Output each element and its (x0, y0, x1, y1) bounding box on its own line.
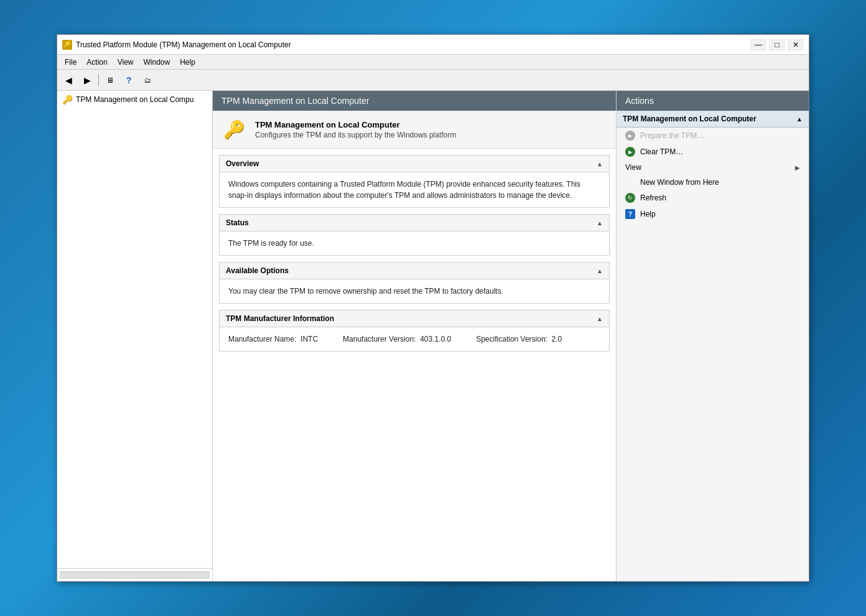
sidebar-item-tpm[interactable]: 🔑 TPM Management on Local Compu (57, 91, 212, 108)
section-manufacturer-chevron: ▲ (597, 315, 603, 322)
section-overview-text: Windows computers containing a Trusted P… (228, 179, 600, 201)
action-prepare-tpm[interactable]: Prepare the TPM… (617, 128, 809, 144)
section-status-body: The TPM is ready for use. (220, 231, 609, 255)
up-button[interactable]: 🖥 (101, 72, 119, 88)
action-view-submenu-icon: ▶ (795, 164, 800, 171)
minimize-button[interactable]: — (750, 39, 766, 51)
action-help[interactable]: ? Help (617, 206, 809, 222)
menu-item-view[interactable]: View (113, 55, 139, 69)
section-status-title: Status (226, 218, 249, 227)
section-status-text: The TPM is ready for use. (228, 238, 600, 249)
section-status: Status ▲ The TPM is ready for use. (219, 214, 610, 256)
section-options-text: You may clear the TPM to remove ownershi… (228, 286, 600, 297)
section-options-chevron: ▲ (597, 268, 603, 274)
main-panel: TPM Management on Local Computer 🔑 TPM M… (213, 91, 616, 581)
panel-header-title: TPM Management on Local Computer (221, 96, 369, 106)
intro-desc: Configures the TPM and its support by th… (255, 131, 607, 139)
sidebar-item-label: TPM Management on Local Compu (76, 95, 193, 104)
tpm-main-icon: 🔑 (221, 117, 246, 142)
menu-item-window[interactable]: Window (139, 55, 175, 69)
show-hide-button[interactable]: 🗂 (139, 72, 156, 88)
actions-panel: Actions TPM Management on Local Computer… (616, 91, 809, 581)
refresh-icon: ↻ (625, 193, 635, 203)
content-area: 🔑 TPM Management on Local Compu TPM Mana… (57, 91, 809, 581)
sidebar-scrollbar[interactable] (60, 571, 210, 579)
manufacturer-name: Manufacturer Name: INTC (228, 334, 318, 345)
section-options-title: Available Options (226, 266, 289, 275)
section-overview-chevron: ▲ (597, 161, 603, 167)
tpm-sidebar-icon: 🔑 (62, 95, 72, 105)
help-icon: ? (625, 209, 635, 219)
action-new-window-label: New Window from Here (640, 178, 719, 187)
action-clear-tpm[interactable]: Clear TPM… (617, 144, 809, 160)
back-button[interactable]: ◀ (60, 72, 77, 88)
sidebar-footer (57, 568, 212, 581)
manufacturer-row: Manufacturer Name: INTC Manufacturer Ver… (228, 334, 600, 345)
toolbar: ◀ ▶ 🖥 ? 🗂 (57, 70, 809, 91)
action-prepare-tpm-label: Prepare the TPM… (640, 131, 704, 140)
actions-panel-header: Actions (617, 91, 809, 111)
menu-item-help[interactable]: Help (175, 55, 200, 69)
menu-item-action[interactable]: Action (81, 55, 112, 69)
actions-group-label: TPM Management on Local Computer (623, 114, 757, 123)
intro-text: TPM Management on Local Computer Configu… (255, 120, 607, 139)
action-view-label: View (625, 163, 641, 172)
actions-group-chevron: ▲ (796, 116, 803, 123)
maximize-button[interactable]: □ (769, 39, 785, 51)
section-manufacturer: TPM Manufacturer Information ▲ Manufactu… (219, 310, 610, 352)
window-title: Trusted Platform Module (TPM) Management… (76, 40, 291, 49)
toolbar-separator-1 (98, 74, 99, 86)
clear-tpm-arrow-icon (625, 147, 635, 157)
title-bar-controls: — □ ✕ (750, 39, 804, 51)
main-window: 🔑 Trusted Platform Module (TPM) Manageme… (57, 34, 809, 582)
menu-bar: File Action View Window Help (57, 55, 809, 70)
section-manufacturer-body: Manufacturer Name: INTC Manufacturer Ver… (220, 327, 609, 351)
section-status-header[interactable]: Status ▲ (220, 215, 609, 231)
manufacturer-version: Manufacturer Version: 403.1.0.0 (343, 334, 451, 345)
section-options: Available Options ▲ You may clear the TP… (219, 262, 610, 304)
section-manufacturer-title: TPM Manufacturer Information (226, 314, 334, 323)
intro-title: TPM Management on Local Computer (255, 120, 607, 129)
spec-version: Specification Version: 2.0 (476, 334, 562, 345)
section-manufacturer-header[interactable]: TPM Manufacturer Information ▲ (220, 310, 609, 327)
prepare-tpm-arrow-icon (625, 131, 635, 141)
section-options-body: You may clear the TPM to remove ownershi… (220, 279, 609, 303)
action-refresh[interactable]: ↻ Refresh (617, 190, 809, 206)
menu-item-file[interactable]: File (60, 55, 81, 69)
window-icon: 🔑 (62, 40, 72, 50)
panel-intro: 🔑 TPM Management on Local Computer Confi… (213, 111, 616, 149)
section-overview: Overview ▲ Windows computers containing … (219, 155, 610, 208)
close-button[interactable]: ✕ (788, 39, 804, 51)
section-overview-header[interactable]: Overview ▲ (220, 156, 609, 172)
section-status-chevron: ▲ (597, 220, 603, 226)
panel-header: TPM Management on Local Computer (213, 91, 616, 111)
title-bar: 🔑 Trusted Platform Module (TPM) Manageme… (57, 35, 809, 55)
forward-button[interactable]: ▶ (78, 72, 96, 88)
section-overview-body: Windows computers containing a Trusted P… (220, 172, 609, 207)
action-help-label: Help (640, 210, 656, 218)
sidebar: 🔑 TPM Management on Local Compu (57, 91, 213, 581)
section-overview-title: Overview (226, 159, 259, 168)
actions-group-header[interactable]: TPM Management on Local Computer ▲ (617, 111, 809, 128)
action-view[interactable]: View ▶ (617, 160, 809, 175)
help-button[interactable]: ? (120, 72, 137, 88)
action-new-window[interactable]: New Window from Here (617, 175, 809, 190)
action-clear-tpm-label: Clear TPM… (640, 147, 683, 156)
section-options-header[interactable]: Available Options ▲ (220, 263, 609, 279)
action-refresh-label: Refresh (640, 194, 666, 202)
title-bar-left: 🔑 Trusted Platform Module (TPM) Manageme… (62, 40, 291, 50)
